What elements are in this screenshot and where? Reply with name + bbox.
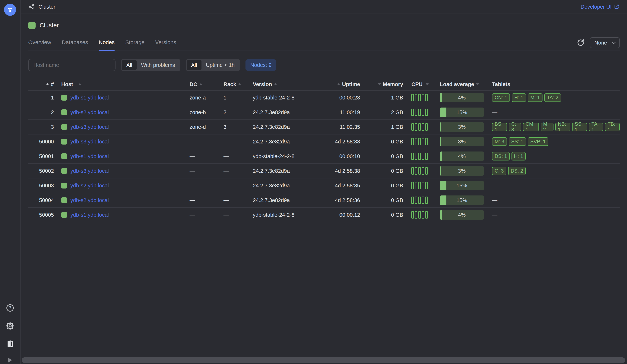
tablet-badge[interactable]: BS: 1 (492, 123, 507, 131)
host-link[interactable]: ydb-s3.ydb.local (70, 124, 109, 130)
column-header-num[interactable]: # (28, 78, 54, 90)
tab-nodes[interactable]: Nodes (99, 39, 115, 50)
tablet-badge[interactable]: C: 3 (509, 123, 521, 131)
host-link[interactable]: ydb-s1.ydb.local (70, 212, 109, 218)
node-status-indicator (61, 212, 67, 218)
load-average-cell: 3% (428, 135, 488, 149)
tablet-badge[interactable]: CM: 1 (523, 123, 539, 131)
tablet-badge[interactable]: C: 3 (492, 167, 506, 175)
column-header-dc[interactable]: DC (180, 78, 214, 90)
developer-ui-link[interactable]: Developer UI (581, 4, 619, 10)
host-link[interactable]: ydb-s3.ydb.local (70, 139, 109, 145)
cpu-core-gauge (418, 182, 421, 189)
host-cell: ydb-s1.ydb.local (54, 149, 180, 163)
tablet-badge[interactable]: SS: 1 (509, 137, 526, 146)
tablet-badge[interactable]: DS: 1 (492, 152, 510, 160)
sort-desc-icon (476, 83, 479, 85)
host-link[interactable]: ydb-s2.ydb.local (70, 183, 109, 189)
column-header-host[interactable]: Host (54, 78, 180, 90)
tablet-badge[interactable]: TA: 1 (589, 123, 603, 131)
svg-text:?: ? (9, 305, 11, 310)
cpu-core-gauge (418, 153, 421, 160)
tab-databases[interactable]: Databases (62, 39, 88, 50)
logout-door-icon[interactable] (5, 339, 15, 349)
tablet-badge[interactable]: NB: 1 (555, 123, 570, 131)
node-id: 3 (28, 120, 54, 134)
problem-filter-with-problems[interactable]: With problems (137, 60, 179, 70)
empty-cell: — (492, 197, 497, 203)
tab-overview[interactable]: Overview (28, 39, 51, 50)
tablet-badge[interactable]: M: 3 (492, 137, 507, 146)
gear-icon[interactable] (5, 321, 15, 331)
cpu-cell (403, 179, 428, 193)
empty-cell: — (492, 212, 497, 218)
load-average-fill (440, 137, 441, 146)
tablet-badge[interactable]: TB: 1 (605, 123, 620, 131)
host-link[interactable]: ydb-s1.ydb.local (70, 153, 109, 159)
tablet-badge[interactable]: H: 1 (512, 93, 526, 102)
cpu-core-gauge (415, 94, 417, 101)
node-status-indicator (61, 183, 67, 188)
node-id: 2 (28, 105, 54, 119)
help-icon[interactable]: ? (5, 303, 15, 313)
node-id: 50000 (28, 135, 54, 149)
load-average-fill (440, 181, 446, 190)
dc-cell: — (180, 208, 214, 222)
filter-row: All With problems All Uptime < 1h Nodes:… (28, 59, 620, 71)
content: Cluster Overview Databases Nodes Storage… (21, 14, 627, 364)
host-cell: ydb-s3.ydb.local (54, 164, 180, 178)
tablet-badge[interactable]: SS: 1 (572, 123, 587, 131)
cpu-core-gauge (425, 109, 428, 116)
memory-cell: 0 GB (360, 164, 403, 178)
host-link[interactable]: ydb-s2.ydb.local (70, 197, 109, 203)
tablet-badge[interactable]: H: 1 (512, 152, 526, 160)
load-average-value: 15% (457, 183, 467, 189)
host-link[interactable]: ydb-s1.ydb.local (70, 95, 109, 101)
dc-cell: — (180, 179, 214, 193)
rack-cell: — (214, 164, 244, 178)
cpu-core-gauge (418, 197, 421, 204)
rack-cell: — (214, 208, 244, 222)
dc-cell: — (180, 135, 214, 149)
tablets-cell: — (488, 193, 620, 207)
tablets-cell: M: 3SS: 1SVP: 1 (488, 135, 620, 149)
host-link[interactable]: ydb-s3.ydb.local (70, 168, 109, 174)
tab-storage[interactable]: Storage (125, 39, 145, 50)
cpu-core-gauge (425, 94, 428, 101)
tablets-cell: — (488, 208, 620, 222)
problem-filter-all[interactable]: All (122, 60, 137, 70)
sort-asc-icon (46, 83, 49, 85)
column-header-uptime[interactable]: Uptime (324, 78, 360, 90)
cpu-core-gauge (411, 138, 414, 145)
tablet-badge[interactable]: DS: 2 (508, 167, 526, 175)
tab-versions[interactable]: Versions (155, 39, 176, 50)
ydb-logo-icon[interactable] (4, 4, 16, 16)
tablet-badge[interactable]: M: 1 (528, 93, 543, 102)
refresh-button[interactable] (576, 38, 585, 47)
load-average-bar: 3% (440, 166, 484, 176)
tablet-badge[interactable]: M: 2 (541, 123, 554, 131)
column-header-rack[interactable]: Rack (214, 78, 244, 90)
column-header-tablets: Tablets (488, 78, 620, 90)
host-name-input[interactable] (28, 59, 115, 71)
expand-sidebar-button[interactable] (0, 356, 20, 364)
host-cell: ydb-s1.ydb.local (54, 91, 180, 105)
tablet-badge[interactable]: TA: 2 (544, 93, 561, 102)
uptime-filter-all[interactable]: All (187, 60, 202, 70)
load-average-cell: 15% (428, 179, 488, 193)
dc-cell: zone-d (180, 120, 214, 134)
memory-cell: 1 GB (360, 120, 403, 134)
column-header-cpu[interactable]: CPU (403, 78, 428, 90)
column-header-memory[interactable]: Memory (360, 78, 403, 90)
tablet-badge[interactable]: CN: 1 (492, 93, 510, 102)
uptime-filter-lt1h[interactable]: Uptime < 1h (202, 60, 239, 70)
autorefresh-select[interactable]: None (590, 37, 620, 48)
chevron-down-icon (612, 40, 616, 44)
horizontal-scrollbar-thumb[interactable] (22, 357, 625, 363)
host-link[interactable]: ydb-s2.ydb.local (70, 109, 109, 115)
column-header-load-average[interactable]: Load average (428, 78, 488, 90)
tablet-badge[interactable]: SVP: 1 (528, 137, 548, 146)
nodes-count-chip[interactable]: Nodes: 9 (246, 59, 276, 71)
node-id: 50004 (28, 193, 54, 207)
column-header-version[interactable]: Version (244, 78, 324, 90)
